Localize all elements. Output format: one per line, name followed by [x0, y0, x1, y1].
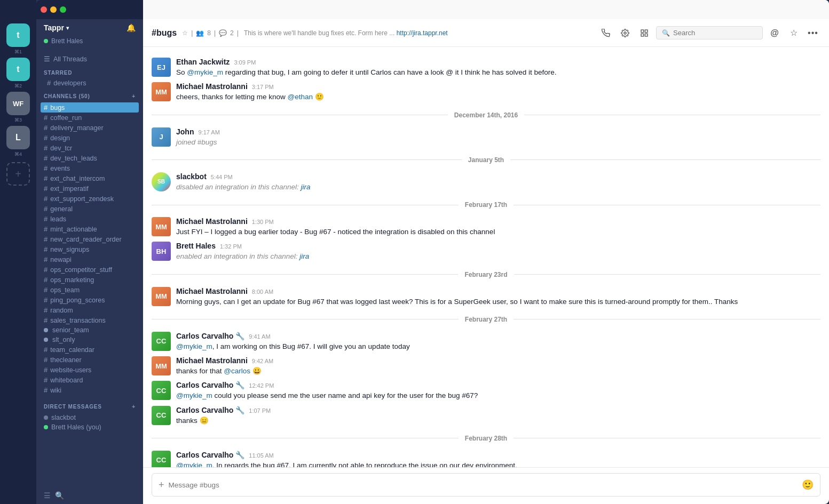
channel-hash-icon: #: [44, 296, 48, 304]
message-time: 3:09 PM: [234, 59, 256, 66]
svg-rect-2: [645, 30, 648, 33]
add-channel-icon[interactable]: +: [132, 93, 136, 99]
message-header: Michael Mastrolanni 3:17 PM: [176, 82, 820, 91]
channel-item-slt_only[interactable]: slt_only: [41, 335, 139, 345]
at-button[interactable]: @: [767, 26, 782, 41]
channel-item-wiki[interactable]: # wiki: [41, 385, 139, 395]
message-body: Michael Mastrolanni 3:17 PM cheers, than…: [176, 82, 820, 102]
bell-icon[interactable]: 🔔: [127, 23, 136, 32]
channel-item-mint_actionable[interactable]: # mint_actionable: [41, 224, 139, 234]
list-icon: ☰: [44, 491, 51, 500]
layout-button[interactable]: [637, 26, 652, 41]
add-attachment-button[interactable]: +: [159, 479, 164, 491]
message-text: enabled an integration in this channel: …: [176, 251, 820, 262]
channel-item-senior_team[interactable]: senior_team: [41, 325, 139, 335]
message-input[interactable]: [169, 481, 798, 489]
sidebar-bottom: ☰ 🔍: [36, 487, 143, 504]
channel-item-coffee_run[interactable]: # coffee_run: [41, 113, 139, 123]
workspace-1[interactable]: t ⌘1: [6, 23, 30, 54]
channel-item-whiteboard[interactable]: # whiteboard: [41, 375, 139, 385]
channel-item-new_card_reader_order[interactable]: # new_card_reader_order: [41, 234, 139, 244]
mention: @mykie_m: [176, 342, 212, 350]
channel-item-dev_tcr[interactable]: # dev_tcr: [41, 143, 139, 153]
integration-link[interactable]: jira: [301, 183, 310, 191]
phone-button[interactable]: [598, 26, 613, 41]
channel-item-design[interactable]: # design: [41, 133, 139, 143]
search-input[interactable]: [673, 29, 748, 37]
channel-hash-icon: #: [44, 215, 48, 223]
message-input-area: + 🙂: [143, 467, 829, 504]
channel-item-sales_transactions[interactable]: # sales_transactions: [41, 315, 139, 325]
channel-item-dev_tech_leads[interactable]: # dev_tech_leads: [41, 153, 139, 163]
search-icon[interactable]: 🔍: [55, 491, 64, 500]
channel-hash-icon: #: [44, 235, 48, 243]
channel-item-events[interactable]: # events: [41, 163, 139, 173]
members-icon: 👥: [196, 29, 204, 37]
channel-item-ops_team[interactable]: # ops_team: [41, 285, 139, 295]
channel-hash-icon: #: [44, 356, 48, 364]
channel-item-general[interactable]: # general: [41, 204, 139, 214]
more-button[interactable]: •••: [806, 26, 820, 41]
table-row: BH Brett Hales 1:32 PM enabled an integr…: [143, 239, 829, 264]
table-row: CC Carlos Carvalho 🔧 9:41 AM @mykie_m, I…: [143, 330, 829, 354]
channel-item-ext_imperatif[interactable]: # ext_imperatif: [41, 183, 139, 194]
channel-name: #bugs: [152, 28, 177, 38]
message-text: Morning guys, can I get an update for Bu…: [176, 297, 820, 307]
channel-item-new_signups[interactable]: # new_signups: [41, 244, 139, 254]
team-name[interactable]: Tappr ▾: [44, 23, 69, 32]
message-author: Carlos Carvalho 🔧: [176, 406, 244, 414]
settings-button[interactable]: [618, 26, 633, 41]
mention: @mykie_m: [176, 391, 212, 399]
channel-item-leads[interactable]: # leads: [41, 214, 139, 224]
maximize-button[interactable]: [60, 6, 66, 13]
add-dm-icon[interactable]: +: [132, 404, 136, 410]
divider-line: [514, 205, 820, 205]
message-time: 9:42 AM: [252, 358, 273, 364]
mention: @mykie_m: [176, 461, 212, 467]
starred-channel-developers[interactable]: # developers: [44, 78, 136, 88]
integration-link[interactable]: jira: [299, 252, 309, 260]
dm-item-slackbot[interactable]: slackbot: [41, 413, 139, 422]
workspace-icon-letter: t: [17, 30, 19, 40]
dm-item-brett-hales[interactable]: Brett Hales (you): [41, 422, 139, 432]
channel-item-ping_pong_scores[interactable]: # ping_pong_scores: [41, 295, 139, 305]
channel-item-newapi[interactable]: # newapi: [41, 254, 139, 265]
table-row: EJ Ethan Jackwitz 3:09 PM So @mykie_m re…: [143, 55, 829, 80]
message-body: Brett Hales 1:32 PM enabled an integrati…: [176, 242, 820, 262]
minimize-button[interactable]: [50, 6, 57, 13]
channel-item-thecleaner[interactable]: # thecleaner: [41, 355, 139, 365]
channel-item-random[interactable]: # random: [41, 305, 139, 315]
channel-item-website-users[interactable]: # website-users: [41, 365, 139, 375]
star-icon[interactable]: ☆: [182, 29, 188, 37]
channel-hash-icon: #: [44, 185, 48, 193]
channel-item-ext_chat_intercom[interactable]: # ext_chat_intercom: [41, 173, 139, 183]
message-author: Ethan Jackwitz: [176, 58, 230, 66]
channel-item-bugs[interactable]: # bugs: [41, 102, 139, 113]
message-header: Michael Mastrolanni 9:42 AM: [176, 356, 820, 365]
system-message: joined #bugs: [176, 138, 217, 146]
avatar: CC: [152, 381, 171, 400]
table-row: MM Michael Mastrolanni 3:17 PM cheers, t…: [143, 80, 829, 105]
channel-item-team_calendar[interactable]: # team_calendar: [41, 345, 139, 355]
message-header: John 9:17 AM: [176, 127, 820, 136]
avatar: MM: [152, 82, 171, 101]
workspace-add[interactable]: +: [6, 162, 30, 187]
emoji-button[interactable]: 🙂: [802, 479, 814, 491]
sidebar-header: Tappr ▾ 🔔: [36, 19, 143, 36]
message-author: John: [176, 127, 194, 136]
all-threads-item[interactable]: ☰ All Threads: [44, 53, 136, 65]
channel-link[interactable]: http://jira.tappr.net: [397, 29, 448, 37]
close-button[interactable]: [41, 6, 47, 13]
channel-meta: ☆ | 👥 8 | 💬 2 |: [182, 29, 239, 37]
channel-item-ext_support_zendesk[interactable]: # ext_support_zendesk: [41, 194, 139, 204]
channel-item-delivery_manager[interactable]: # delivery_manager: [41, 123, 139, 133]
channel-item-ops_competitor_stuff[interactable]: # ops_competitor_stuff: [41, 265, 139, 275]
table-row: SB slackbot 5:44 PM disabled an integrat…: [143, 170, 829, 195]
workspace-2[interactable]: t ⌘2: [6, 58, 30, 89]
workspace-3[interactable]: WF ⌘3: [6, 92, 30, 123]
channel-item-ops_marketing[interactable]: # ops_marketing: [41, 275, 139, 285]
divider-line: [514, 274, 820, 275]
workspace-4[interactable]: L ⌘4: [6, 126, 30, 157]
bookmark-button[interactable]: ☆: [786, 26, 801, 41]
messages-area: EJ Ethan Jackwitz 3:09 PM So @mykie_m re…: [143, 47, 829, 467]
